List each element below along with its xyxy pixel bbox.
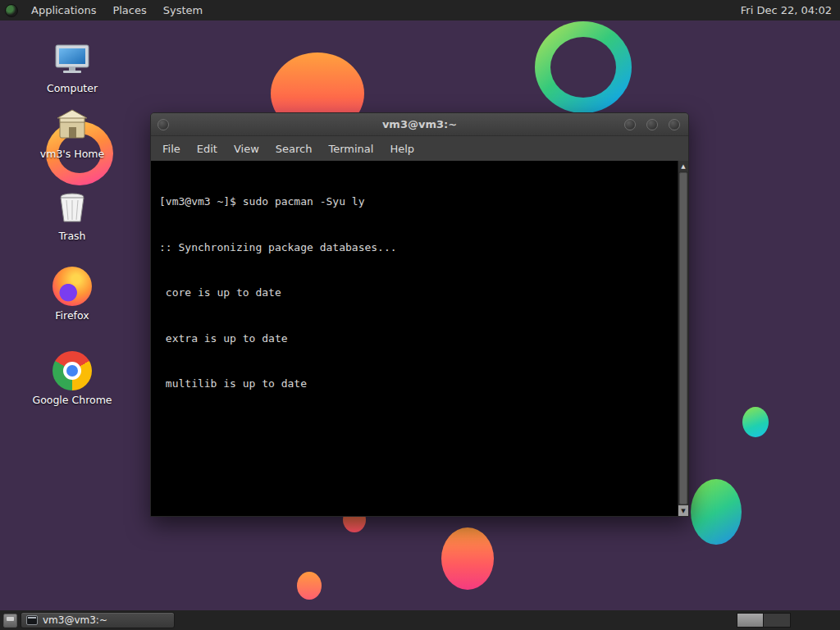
window-menubar: File Edit View Search Terminal Help [151, 136, 688, 161]
top-panel: Applications Places System Fri Dec 22, 0… [0, 0, 840, 21]
clock[interactable]: Fri Dec 22, 04:02 [733, 4, 840, 16]
decor-egg-bottom-center [441, 527, 494, 590]
desktop-icon-label: Firefox [23, 309, 121, 322]
window-menu-button[interactable] [158, 119, 169, 130]
terminal-line: [vm3@vm3 ~]$ sudo pacman -Syu ly [159, 194, 678, 210]
maximize-button[interactable] [646, 119, 658, 130]
taskbar-window-button[interactable]: vm3@vm3:~ [21, 612, 175, 628]
close-button[interactable] [669, 119, 680, 130]
desktop-icon-chrome[interactable]: Google Chrome [23, 351, 121, 406]
workspace-1[interactable] [737, 614, 764, 627]
decor-dot-cyan-right [742, 407, 769, 437]
scrollbar[interactable]: ▲ ▼ [678, 161, 688, 516]
scrollbar-down-icon[interactable]: ▼ [678, 505, 688, 516]
terminal-window: vm3@vm3:~ File Edit View Search Terminal… [150, 112, 689, 517]
terminal-output: [vm3@vm3 ~]$ sudo pacman -Syu ly :: Sync… [151, 161, 678, 516]
menu-search[interactable]: Search [267, 139, 321, 159]
computer-icon [52, 39, 92, 79]
minimize-button[interactable] [624, 119, 636, 130]
terminal-line: extra is up to date [159, 331, 678, 347]
menu-places[interactable]: Places [104, 0, 154, 21]
chrome-icon [52, 351, 92, 390]
menu-edit[interactable]: Edit [189, 139, 226, 159]
menu-file[interactable]: File [154, 139, 189, 159]
terminal-line: :: Synchronizing package databases... [159, 240, 678, 256]
terminal-content[interactable]: [vm3@vm3 ~]$ sudo pacman -Syu ly :: Sync… [151, 161, 688, 516]
trash-icon [52, 187, 92, 226]
menu-system[interactable]: System [155, 0, 211, 21]
applications-menu-icon[interactable] [5, 4, 18, 17]
bottom-panel: vm3@vm3:~ [0, 610, 840, 630]
terminal-line: multilib is up to date [159, 377, 678, 392]
desktop-icon-trash[interactable]: Trash [23, 187, 121, 242]
desktop-icon-computer[interactable]: Computer [23, 39, 121, 94]
workspace-switcher[interactable] [737, 613, 791, 628]
desktop-icon-label: Trash [23, 230, 121, 242]
terminal-icon [26, 615, 38, 625]
terminal-line: core is up to date [159, 285, 678, 301]
desktop-icon-label: Computer [23, 82, 121, 94]
scrollbar-thumb[interactable] [679, 172, 687, 504]
scrollbar-up-icon[interactable]: ▲ [678, 161, 688, 171]
taskbar-window-label: vm3@vm3:~ [43, 614, 107, 626]
workspace-2[interactable] [764, 614, 790, 627]
menu-view[interactable]: View [226, 139, 267, 159]
panel-menus: Applications Places System [0, 0, 211, 21]
decor-egg-right-bottom [691, 479, 742, 545]
menu-help[interactable]: Help [381, 139, 422, 159]
window-titlebar[interactable]: vm3@vm3:~ [151, 113, 688, 136]
menu-terminal[interactable]: Terminal [320, 139, 381, 159]
desktop-icon-home[interactable]: vm3's Home [23, 105, 121, 160]
home-icon [52, 105, 92, 144]
show-desktop-icon[interactable] [3, 614, 17, 628]
window-title: vm3@vm3:~ [151, 118, 688, 130]
decor-ring-top-right [535, 21, 632, 113]
menu-applications[interactable]: Applications [23, 0, 104, 21]
desktop-icon-label: Google Chrome [23, 394, 121, 406]
firefox-icon [52, 267, 92, 306]
desktop-icon-firefox[interactable]: Firefox [23, 267, 121, 322]
decor-dot-orange-small [297, 572, 322, 600]
desktop-icon-label: vm3's Home [23, 148, 121, 160]
